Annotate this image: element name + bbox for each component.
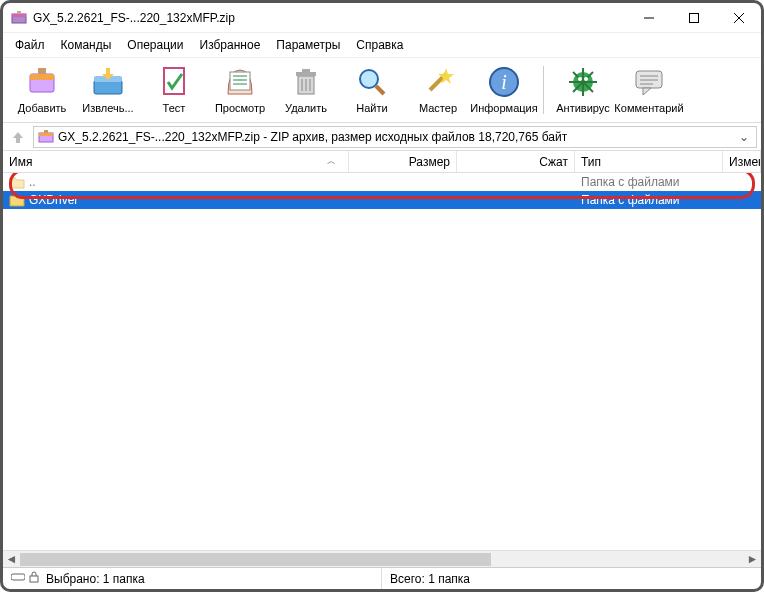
svg-rect-8 (30, 74, 54, 80)
menu-commands[interactable]: Команды (53, 35, 120, 55)
col-type[interactable]: Тип (575, 151, 723, 172)
svg-text:i: i (501, 71, 507, 93)
file-list[interactable]: .. Папка с файлами GXDriver Папка с файл… (3, 173, 761, 550)
sort-indicator-icon: ︿ (327, 155, 336, 168)
extract-button[interactable]: Извлечь... (75, 62, 141, 116)
winrar-icon (11, 10, 27, 26)
col-modified[interactable]: Измен (723, 151, 761, 172)
svg-rect-2 (17, 11, 21, 14)
svg-rect-41 (44, 130, 48, 133)
window-title: GX_5.2.2621_FS-...220_132xMFP.zip (33, 11, 626, 25)
archive-icon (38, 129, 54, 145)
maximize-button[interactable] (671, 3, 716, 32)
parent-folder-row[interactable]: .. Папка с файлами (3, 173, 761, 191)
menu-favorites[interactable]: Избранное (192, 35, 269, 55)
toolbar: Добавить Извлечь... Тест Просмотр Удалит… (3, 57, 761, 123)
svg-line-24 (376, 86, 384, 94)
folder-icon (9, 192, 25, 208)
disk-icon (11, 571, 25, 586)
test-button[interactable]: Тест (141, 62, 207, 116)
delete-button[interactable]: Удалить (273, 62, 339, 116)
address-bar[interactable]: GX_5.2.2621_FS-...220_132xMFP.zip - ZIP … (33, 126, 757, 148)
antivirus-button[interactable]: Антивирус (550, 62, 616, 116)
titlebar: GX_5.2.2621_FS-...220_132xMFP.zip (3, 3, 761, 33)
delete-icon (288, 64, 324, 100)
folder-up-icon (9, 174, 25, 190)
status-left: Выбрано: 1 папка (3, 568, 382, 589)
up-button[interactable] (7, 126, 29, 148)
address-text: GX_5.2.2621_FS-...220_132xMFP.zip - ZIP … (58, 130, 736, 144)
status-right: Всего: 1 папка (382, 568, 478, 589)
col-name[interactable]: Имя ︿ (3, 151, 349, 172)
statusbar: Выбрано: 1 папка Всего: 1 папка (3, 567, 761, 589)
lock-icon (28, 571, 40, 586)
view-icon (222, 64, 258, 100)
add-icon (24, 64, 60, 100)
wizard-button[interactable]: Мастер (405, 62, 471, 116)
view-button[interactable]: Просмотр (207, 62, 273, 116)
svg-point-33 (578, 77, 582, 81)
info-button[interactable]: i Информация (471, 62, 537, 116)
scroll-track[interactable] (20, 551, 744, 568)
scroll-left-icon[interactable]: ◄ (3, 551, 20, 568)
menu-options[interactable]: Параметры (268, 35, 348, 55)
comment-icon (631, 64, 667, 100)
col-size[interactable]: Размер (349, 151, 457, 172)
svg-rect-43 (30, 576, 38, 582)
toolbar-separator (543, 66, 544, 114)
svg-rect-10 (94, 80, 122, 94)
extract-icon (90, 64, 126, 100)
scroll-thumb[interactable] (20, 553, 491, 566)
comment-button[interactable]: Комментарий (616, 62, 682, 116)
add-button[interactable]: Добавить (9, 62, 75, 116)
svg-point-34 (584, 77, 588, 81)
svg-rect-9 (38, 68, 46, 74)
menubar: Файл Команды Операции Избранное Параметр… (3, 33, 761, 57)
svg-rect-18 (296, 72, 316, 76)
col-packed[interactable]: Сжат (457, 151, 575, 172)
close-button[interactable] (716, 3, 761, 32)
column-headers: Имя ︿ Размер Сжат Тип Измен (3, 151, 761, 173)
svg-rect-1 (12, 14, 26, 17)
find-button[interactable]: Найти (339, 62, 405, 116)
address-dropdown-icon[interactable]: ⌄ (736, 130, 752, 144)
svg-point-23 (360, 70, 378, 88)
svg-rect-19 (302, 69, 310, 72)
antivirus-icon (565, 64, 601, 100)
svg-rect-40 (39, 133, 53, 136)
menu-operations[interactable]: Операции (119, 35, 191, 55)
find-icon (354, 64, 390, 100)
svg-rect-13 (230, 72, 250, 90)
horizontal-scrollbar[interactable]: ◄ ► (3, 550, 761, 567)
svg-rect-12 (164, 68, 184, 94)
scroll-right-icon[interactable]: ► (744, 551, 761, 568)
address-row: GX_5.2.2621_FS-...220_132xMFP.zip - ZIP … (3, 123, 761, 151)
menu-file[interactable]: Файл (7, 35, 53, 55)
minimize-button[interactable] (626, 3, 671, 32)
test-icon (156, 64, 192, 100)
folder-row-selected[interactable]: GXDriver Папка с файлами (3, 191, 761, 209)
svg-rect-4 (689, 13, 698, 22)
menu-help[interactable]: Справка (348, 35, 411, 55)
wizard-icon (420, 64, 456, 100)
svg-rect-42 (11, 574, 25, 580)
info-icon: i (486, 64, 522, 100)
